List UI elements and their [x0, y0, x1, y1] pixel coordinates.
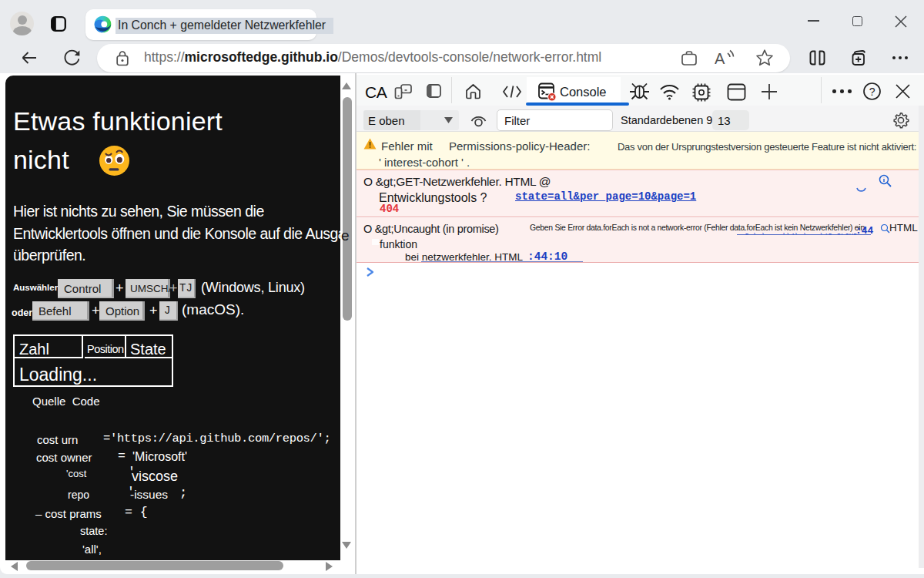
svg-text:A: A — [715, 50, 725, 67]
svg-text:?: ? — [869, 86, 875, 98]
